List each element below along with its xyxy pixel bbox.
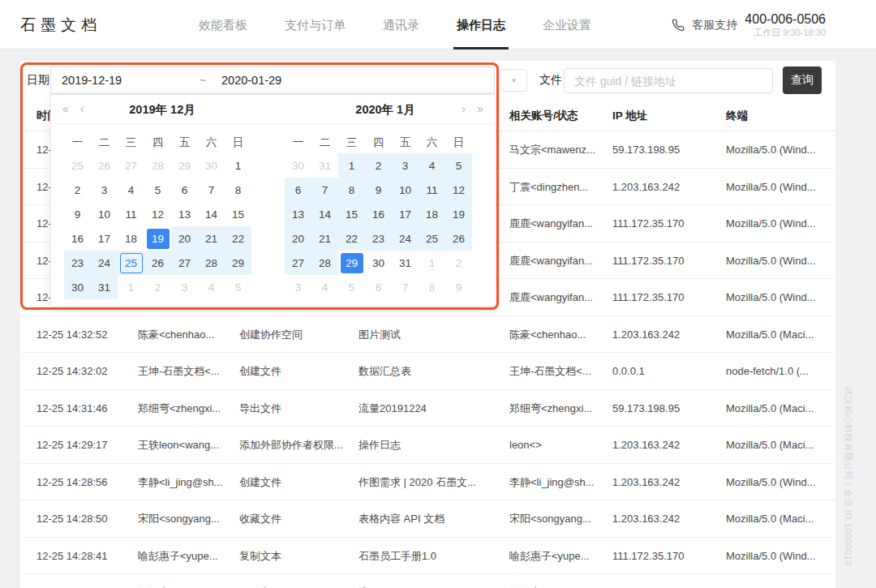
date-range-input[interactable]: 2019-12-19 ~ 2020-01-29 [50, 67, 495, 94]
calendar-day[interactable]: 15 [338, 202, 365, 226]
calendar-day[interactable]: 3 [91, 178, 118, 202]
calendar-day[interactable]: 12 [144, 202, 171, 226]
calendar-day[interactable]: 30 [198, 153, 225, 178]
nav-item[interactable]: 通讯录 [380, 0, 423, 49]
next-year-button[interactable]: » [474, 95, 487, 124]
nav-item[interactable]: 企业设置 [539, 0, 595, 49]
calendar-day[interactable]: 11 [419, 178, 445, 202]
calendar-day[interactable]: 20 [171, 226, 198, 251]
calendar-day[interactable]: 28 [198, 251, 225, 275]
calendar-day[interactable]: 5 [445, 153, 472, 178]
calendar-day[interactable]: 24 [392, 226, 419, 251]
calendar-day[interactable]: 17 [91, 226, 118, 251]
calendar-day[interactable]: 5 [144, 178, 171, 202]
support-block: 客服支持 400-006-0506 工作日 9:30-18:30 [672, 0, 826, 49]
calendar-day[interactable]: 9 [445, 275, 472, 299]
calendar-day[interactable]: 4 [198, 275, 225, 299]
calendar-day[interactable]: 22 [338, 226, 365, 251]
calendar-day[interactable]: 5 [225, 275, 251, 299]
calendar-day[interactable]: 21 [311, 226, 338, 251]
calendar-day[interactable]: 8 [419, 275, 445, 299]
calendar-day[interactable]: 12 [445, 178, 472, 202]
calendar-day[interactable]: 10 [91, 202, 118, 226]
calendar-day[interactable]: 18 [419, 202, 445, 226]
calendar-day[interactable]: 14 [311, 202, 338, 226]
calendar-day[interactable]: 1 [225, 153, 251, 178]
calendar-day[interactable]: 15 [225, 202, 251, 226]
calendar-day[interactable]: 11 [118, 202, 144, 226]
calendar-day[interactable]: 14 [198, 202, 225, 226]
file-guid-input[interactable] [564, 68, 773, 93]
calendar-day[interactable]: 16 [64, 226, 91, 251]
calendar-day[interactable]: 4 [311, 275, 338, 299]
calendar-day[interactable]: 26 [91, 153, 118, 178]
calendar-day[interactable]: 2 [144, 275, 171, 299]
date-preset-dropdown[interactable]: ▼ [500, 69, 527, 92]
calendar-day[interactable]: 29 [171, 153, 198, 178]
calendar-day[interactable]: 25 [419, 226, 445, 251]
calendar-day[interactable]: 2 [445, 251, 472, 275]
calendar-day[interactable]: 1 [338, 153, 365, 178]
date-start-value[interactable]: 2019-12-19 [62, 67, 122, 93]
calendar-day[interactable]: 7 [198, 178, 225, 202]
calendar-day[interactable]: 8 [225, 178, 251, 202]
calendar-day[interactable]: 22 [225, 226, 251, 251]
calendar-day[interactable]: 9 [365, 178, 392, 202]
calendar-day[interactable]: 28 [311, 251, 338, 275]
calendar-day[interactable]: 18 [118, 226, 144, 251]
calendar-day[interactable]: 27 [118, 153, 144, 178]
calendar-day[interactable]: 27 [285, 251, 311, 275]
calendar-day[interactable]: 23 [365, 226, 392, 251]
calendar-day[interactable]: 21 [198, 226, 225, 251]
calendar-day[interactable]: 25 [118, 251, 144, 275]
calendar-day[interactable]: 30 [64, 275, 91, 299]
calendar-day[interactable]: 23 [64, 251, 91, 275]
calendar-day[interactable]: 30 [365, 251, 392, 275]
calendar-day[interactable]: 3 [392, 153, 419, 178]
calendar-day[interactable]: 19 [445, 202, 472, 226]
date-end-value[interactable]: 2020-01-29 [221, 67, 281, 93]
calendar-day[interactable]: 28 [144, 153, 171, 178]
calendar-day[interactable]: 19 [144, 226, 171, 251]
next-month-button[interactable]: › [458, 95, 469, 124]
calendar-day[interactable]: 8 [338, 178, 365, 202]
calendar-day[interactable]: 7 [311, 178, 338, 202]
calendar-day[interactable]: 4 [419, 153, 445, 178]
calendar-day[interactable]: 3 [285, 275, 311, 299]
calendar-day[interactable]: 25 [64, 153, 91, 178]
calendar-day[interactable]: 26 [144, 251, 171, 275]
calendar-day[interactable]: 17 [392, 202, 419, 226]
calendar-day[interactable]: 2 [64, 178, 91, 202]
calendar-day[interactable]: 16 [365, 202, 392, 226]
nav-item[interactable]: 支付与订单 [281, 0, 349, 49]
calendar-day[interactable]: 10 [392, 178, 419, 202]
calendar-day[interactable]: 5 [338, 275, 365, 299]
calendar-day[interactable]: 6 [285, 178, 311, 202]
calendar-day[interactable]: 1 [419, 251, 445, 275]
calendar-day[interactable]: 6 [171, 178, 198, 202]
calendar-day[interactable]: 4 [118, 178, 144, 202]
nav-item[interactable]: 操作日志 [453, 0, 509, 49]
calendar-day[interactable]: 31 [311, 153, 338, 178]
cell-action: 删除文件 [239, 574, 358, 588]
calendar-day[interactable]: 31 [91, 275, 118, 299]
calendar-day[interactable]: 3 [171, 275, 198, 299]
calendar-day[interactable]: 20 [285, 226, 311, 251]
calendar-day[interactable]: 2 [365, 153, 392, 178]
calendar-day[interactable]: 1 [118, 275, 144, 299]
calendar-day[interactable]: 30 [285, 153, 311, 178]
calendar-day[interactable]: 31 [392, 251, 419, 275]
calendar-day[interactable]: 24 [91, 251, 118, 275]
calendar-day[interactable]: 9 [64, 202, 91, 226]
calendar-day[interactable]: 29 [338, 251, 365, 275]
calendar-day[interactable]: 7 [392, 275, 419, 299]
nav-item[interactable]: 效能看板 [195, 0, 251, 49]
calendar-day[interactable]: 26 [445, 226, 472, 251]
calendar-day[interactable]: 29 [225, 251, 251, 275]
query-button[interactable]: 查询 [783, 67, 822, 94]
calendar-day[interactable]: 6 [365, 275, 392, 299]
main-nav: 效能看板支付与订单通讯录操作日志企业设置 [195, 0, 595, 49]
calendar-day[interactable]: 27 [171, 251, 198, 275]
calendar-day[interactable]: 13 [285, 202, 311, 226]
calendar-day[interactable]: 13 [171, 202, 198, 226]
